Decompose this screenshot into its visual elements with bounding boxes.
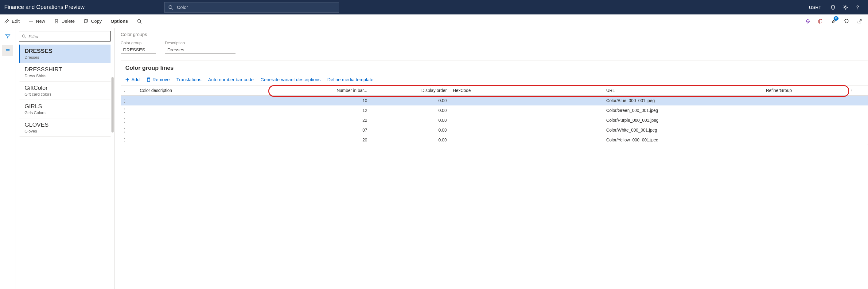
office-button[interactable] [817,18,825,25]
cell-refiner[interactable] [763,125,846,135]
lines-grid: . Color description Number in bar... Dis… [121,85,868,145]
list-item[interactable]: DRESSSHIRTDress Shirts [19,63,111,82]
cell-hexcode[interactable] [450,115,603,125]
cell-hexcode[interactable] [450,96,603,106]
cell-url[interactable]: Color/Blue_000_001.jpeg [603,96,763,106]
edit-label: Edit [12,19,20,24]
svg-point-12 [23,35,25,37]
cell-refiner[interactable] [763,115,846,125]
cell-number-in-bar[interactable]: 10 [297,96,380,106]
generate-variants-button[interactable]: Generate variant descriptions [260,77,320,82]
color-group-field: Color group DRESSES [121,40,156,54]
main-area: DRESSESDressesDRESSSHIRTDress ShirtsGift… [0,28,868,289]
edit-button[interactable]: Edit [0,15,24,28]
table-row[interactable]: )100.00Color/Blue_000_001.jpeg [121,96,868,106]
col-url[interactable]: URL [603,85,763,96]
list-item-title: GLOVES [25,121,106,128]
table-row[interactable]: )200.00Color/Yellow_000_001.jpeg [121,135,868,145]
list-pane-button[interactable] [2,45,13,56]
col-number-in-bar[interactable]: Number in bar... [297,85,380,96]
col-refiner[interactable]: RefinerGroup [763,85,846,96]
cell-color-desc[interactable] [136,106,296,115]
popout-button[interactable] [856,18,863,25]
cell-color-desc[interactable] [136,125,296,135]
cell-display-order[interactable]: 0.00 [379,115,450,125]
auto-number-button[interactable]: Auto number bar code [208,77,254,82]
cell-number-in-bar[interactable]: 20 [297,135,380,145]
delete-button[interactable]: Delete [50,15,79,28]
new-button[interactable]: New [24,15,50,28]
user-label[interactable]: USRT [809,5,821,10]
filter-pane-button[interactable] [2,31,13,42]
cell-refiner[interactable] [763,106,846,115]
color-group-label: Color group [121,40,156,45]
scrollbar[interactable] [112,77,114,133]
col-hexcode[interactable]: HexCode [450,85,603,96]
remove-line-button[interactable]: Remove [147,77,170,82]
refresh-button[interactable] [843,18,850,25]
cell-url[interactable]: Color/White_000_001.jpeg [603,125,763,135]
global-search[interactable]: Color [164,2,339,12]
more-columns-button[interactable]: ⋮ [846,85,868,96]
notifications-button[interactable] [827,1,839,13]
cell-url[interactable]: Color/Green_000_001.jpeg [603,106,763,115]
cell-display-order[interactable]: 0.00 [379,96,450,106]
list-item[interactable]: GLOVESGloves [19,118,111,137]
bell-icon [830,5,836,10]
col-color-desc[interactable]: Color description [136,85,296,96]
add-line-button[interactable]: Add [125,77,140,82]
cell-display-order[interactable]: 0.00 [379,125,450,135]
attachments-button[interactable]: 0 [830,18,837,25]
list-item[interactable]: GIRLSGirls Colors [19,100,111,118]
filter-input-wrap[interactable] [19,31,111,41]
cell-display-order[interactable]: 0.00 [379,135,450,145]
options-button[interactable]: Options [106,15,133,28]
options-label: Options [111,19,128,24]
cell-url[interactable]: Color/Yellow_000_001.jpeg [603,135,763,145]
settings-button[interactable] [839,1,851,13]
define-media-label: Define media template [327,77,373,82]
list-item[interactable]: GiftColorGift card colors [19,82,111,100]
define-media-button[interactable]: Define media template [327,77,373,82]
remove-label: Remove [153,77,170,82]
table-row[interactable]: )070.00Color/White_000_001.jpeg [121,125,868,135]
table-row[interactable]: )120.00Color/Green_000_001.jpeg [121,106,868,115]
cell-more [846,106,868,115]
svg-point-7 [137,19,141,23]
search-command-button[interactable] [133,15,149,28]
cell-refiner[interactable] [763,135,846,145]
cell-more [846,135,868,145]
dataverse-button[interactable] [804,18,811,25]
list-item-subtitle: Girls Colors [25,110,106,115]
cell-color-desc[interactable] [136,135,296,145]
cell-hexcode[interactable] [450,125,603,135]
cell-more [846,115,868,125]
cell-hexcode[interactable] [450,135,603,145]
cell-color-desc[interactable] [136,96,296,106]
filter-input[interactable] [29,34,108,39]
description-value[interactable]: Dresses [165,46,236,54]
cell-color-desc[interactable] [136,115,296,125]
plus-icon [29,19,33,24]
cell-number-in-bar[interactable]: 22 [297,115,380,125]
action-bar: Edit New Delete Copy Options 0 [0,15,868,28]
list-item[interactable]: DRESSESDresses [19,45,111,63]
record-list-panel: DRESSESDressesDRESSSHIRTDress ShirtsGift… [16,28,115,289]
table-row[interactable]: )220.00Color/Purple_000_001.jpeg [121,115,868,125]
cell-more [846,96,868,106]
copy-button[interactable]: Copy [79,15,106,28]
help-button[interactable] [851,1,864,13]
color-group-value[interactable]: DRESSES [121,46,156,54]
list-item-title: DRESSSHIRT [25,66,106,73]
lines-card: Color group lines Add Remove Translation… [121,61,868,145]
col-display-order[interactable]: Display order [379,85,450,96]
cell-number-in-bar[interactable]: 12 [297,106,380,115]
cell-display-order[interactable]: 0.00 [379,106,450,115]
cell-hexcode[interactable] [450,106,603,115]
translations-button[interactable]: Translations [177,77,202,82]
cell-url[interactable]: Color/Purple_000_001.jpeg [603,115,763,125]
cell-refiner[interactable] [763,96,846,106]
cell-number-in-bar[interactable]: 07 [297,125,380,135]
list-item-subtitle: Dresses [25,55,106,60]
list-item-title: GIRLS [25,103,106,110]
